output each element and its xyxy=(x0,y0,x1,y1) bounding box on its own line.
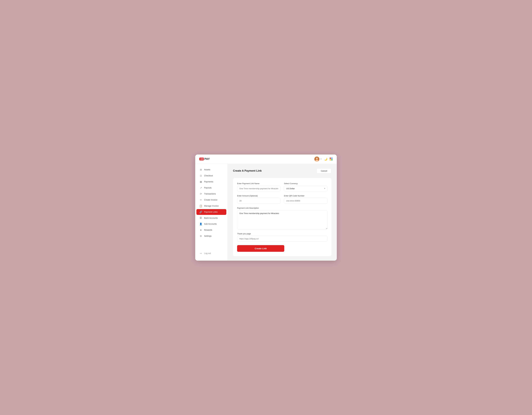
logo-badge: 100 xyxy=(199,158,204,160)
page-title: Create A Payment Link xyxy=(233,169,262,172)
currency-select[interactable]: US Dollar Euro British Pound Canadian Do… xyxy=(284,186,327,191)
sidebar-item-rewards[interactable]: ★ Rewards xyxy=(196,227,226,233)
sidebar-label-settings: Settings xyxy=(204,235,212,237)
sidebar-item-bank-accounts[interactable]: 🏛 Bank Accounts xyxy=(196,215,226,221)
payment-links-icon: 🔗 xyxy=(199,211,202,213)
avatar-chevron-icon: ▼ xyxy=(320,158,322,160)
sidebar-label-payouts: Payouts xyxy=(204,187,212,189)
header-right: ▼ 🌙 xyxy=(314,157,333,162)
transactions-icon: ⟳ xyxy=(199,192,202,195)
thank-you-label: Thank you page xyxy=(237,233,327,235)
qr-code-group: Enter QR Code Number xyxy=(284,195,327,204)
payment-link-name-group: Enter Payment Link Name xyxy=(237,182,280,191)
create-invoice-icon: ✏ xyxy=(199,198,202,201)
assets-icon: ⊞ xyxy=(199,168,202,171)
sidebar-item-payment-links[interactable]: 🔗 Payment Links xyxy=(196,209,226,215)
description-group: Payment Link Description One Time member… xyxy=(237,207,327,229)
app-window: 100 PAY ▼ 🌙 xyxy=(195,155,337,261)
checkout-icon: ⊡ xyxy=(199,174,202,177)
content-area: Create A Payment Link Cancel Enter Payme… xyxy=(228,164,337,261)
sub-accounts-icon: 👤 xyxy=(199,223,202,225)
avatar xyxy=(314,157,319,162)
create-link-button[interactable]: Create Link xyxy=(237,245,284,252)
sidebar-item-assets[interactable]: ⊞ Assets xyxy=(196,167,226,173)
sidebar-label-transactions: Transactions xyxy=(204,193,216,195)
select-currency-label: Select Currency xyxy=(284,182,327,185)
description-label: Payment Link Description xyxy=(237,207,327,209)
payment-link-name-label: Enter Payment Link Name xyxy=(237,182,280,185)
sidebar-label-sub-accounts: Sub Accounts xyxy=(204,223,217,225)
form-row-2: Enter Amount (Optional) Enter QR Code Nu… xyxy=(237,195,327,204)
cancel-button[interactable]: Cancel xyxy=(316,168,332,174)
header: 100 PAY ▼ 🌙 xyxy=(195,155,337,164)
sidebar-label-assets: Assets xyxy=(204,168,210,171)
select-currency-group: Select Currency US Dollar Euro British P… xyxy=(284,182,327,191)
qr-code-label: Enter QR Code Number xyxy=(284,195,327,197)
description-textarea[interactable]: One Time membership payment for Miraclei… xyxy=(237,210,327,229)
sidebar: ⊞ Assets ⊡ Checkout ▦ Payments ↗ Payouts… xyxy=(195,164,228,261)
sidebar-label-manage-invoice: Manage Invoice xyxy=(204,205,219,207)
amount-group: Enter Amount (Optional) xyxy=(237,195,280,204)
sidebar-item-create-invoice[interactable]: ✏ Create Invoice xyxy=(196,197,226,203)
sidebar-item-settings[interactable]: ⚙ Settings xyxy=(196,233,226,239)
logout-button[interactable]: ⇨ Log out xyxy=(196,250,226,256)
user-avatar-button[interactable]: ▼ xyxy=(314,157,322,162)
logout-label: Log out xyxy=(204,252,211,254)
thank-you-input[interactable] xyxy=(237,236,327,242)
payment-link-name-input[interactable] xyxy=(237,186,280,191)
logout-icon: ⇨ xyxy=(199,252,202,255)
sidebar-nav: ⊞ Assets ⊡ Checkout ▦ Payments ↗ Payouts… xyxy=(195,167,228,239)
sidebar-item-transactions[interactable]: ⟳ Transactions xyxy=(196,191,226,197)
sidebar-label-create-invoice: Create Invoice xyxy=(204,199,217,201)
sidebar-label-rewards: Rewards xyxy=(204,229,212,231)
bank-accounts-icon: 🏛 xyxy=(199,217,202,219)
sidebar-item-payouts[interactable]: ↗ Payouts xyxy=(196,185,226,191)
payouts-icon: ↗ xyxy=(199,186,202,189)
create-payment-link-form: Enter Payment Link Name Select Currency … xyxy=(233,178,332,256)
thank-you-group: Thank you page xyxy=(237,233,327,242)
payments-icon: ▦ xyxy=(199,180,202,183)
sidebar-label-checkout: Checkout xyxy=(204,174,213,177)
logo: 100 PAY xyxy=(199,158,210,161)
logo-text: PAY xyxy=(204,158,210,161)
sidebar-item-sub-accounts[interactable]: 👤 Sub Accounts xyxy=(196,221,226,227)
form-row-1: Enter Payment Link Name Select Currency … xyxy=(237,182,327,191)
sidebar-item-checkout[interactable]: ⊡ Checkout xyxy=(196,173,226,178)
sidebar-label-payments: Payments xyxy=(204,180,213,183)
dark-mode-toggle[interactable]: 🌙 xyxy=(323,157,328,161)
qr-code-input[interactable] xyxy=(284,198,327,204)
currency-select-wrapper: US Dollar Euro British Pound Canadian Do… xyxy=(284,186,327,191)
svg-point-1 xyxy=(316,158,318,159)
sidebar-bottom: ⇨ Log out xyxy=(195,250,228,258)
rewards-icon: ★ xyxy=(199,229,202,231)
amount-input[interactable] xyxy=(237,198,280,204)
amount-label: Enter Amount (Optional) xyxy=(237,195,280,197)
sidebar-label-payment-links: Payment Links xyxy=(204,211,218,213)
sidebar-item-payments[interactable]: ▦ Payments xyxy=(196,179,226,185)
settings-icon: ⚙ xyxy=(199,235,202,237)
sidebar-label-bank-accounts: Bank Accounts xyxy=(204,217,218,219)
content-header: Create A Payment Link Cancel xyxy=(233,168,332,174)
app-grid-icon[interactable] xyxy=(330,158,333,161)
manage-invoice-icon: 📋 xyxy=(199,205,202,207)
main-layout: ⊞ Assets ⊡ Checkout ▦ Payments ↗ Payouts… xyxy=(195,164,337,261)
sidebar-item-manage-invoice[interactable]: 📋 Manage Invoice xyxy=(196,203,226,209)
